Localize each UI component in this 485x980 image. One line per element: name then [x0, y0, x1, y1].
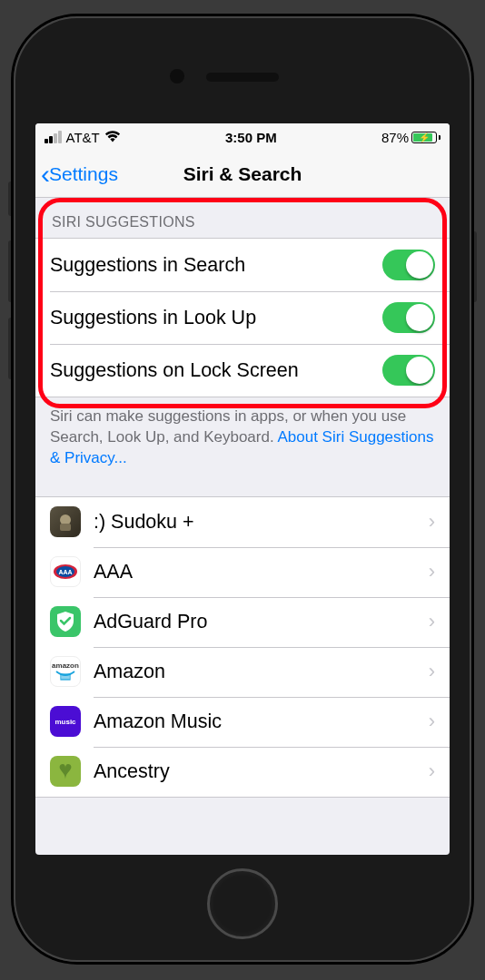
chevron-right-icon: ›	[429, 510, 435, 534]
app-icon-sudoku	[50, 506, 81, 537]
suggestions-in-lookup-toggle[interactable]	[382, 302, 435, 333]
home-button[interactable]	[207, 868, 278, 939]
suggestions-in-search-row: Suggestions in Search	[35, 239, 450, 291]
chevron-right-icon: ›	[429, 710, 435, 733]
suggestions-in-lookup-row: Suggestions in Look Up	[35, 291, 450, 344]
app-row-amazon[interactable]: amazon Amazon ›	[35, 647, 450, 697]
carrier-label: AT&T	[66, 130, 100, 145]
suggestions-on-lock-screen-toggle[interactable]	[382, 355, 435, 386]
app-icon-amazon: amazon	[50, 656, 81, 687]
chevron-right-icon: ›	[429, 660, 435, 683]
app-row-adguard[interactable]: AdGuard Pro ›	[35, 597, 450, 647]
app-icon-adguard	[50, 606, 81, 637]
app-row-ancestry[interactable]: Ancestry ›	[35, 747, 450, 797]
app-icon-ancestry	[50, 756, 81, 787]
status-time: 3:50 PM	[225, 130, 277, 145]
status-bar: AT&T 3:50 PM 87% ⚡	[35, 123, 450, 151]
front-camera	[170, 69, 184, 83]
app-row-amazon-music[interactable]: music Amazon Music ›	[35, 697, 450, 747]
app-name: Ancestry	[94, 760, 170, 783]
app-name: AdGuard Pro	[94, 611, 207, 633]
app-name: Amazon	[94, 661, 165, 683]
app-name: :) Sudoku +	[94, 511, 194, 534]
screen: AT&T 3:50 PM 87% ⚡ ‹ Settings Siri & Sea…	[35, 123, 450, 855]
app-list-group: :) Sudoku + › AAA AAA ›	[35, 496, 450, 798]
app-name: AAA	[94, 561, 133, 583]
row-label: Suggestions on Lock Screen	[50, 359, 299, 382]
siri-suggestions-group: Suggestions in Search Suggestions in Loo…	[35, 238, 450, 397]
earpiece-speaker	[206, 73, 279, 82]
row-label: Suggestions in Search	[50, 254, 245, 277]
app-row-aaa[interactable]: AAA AAA ›	[35, 547, 450, 597]
battery-icon: ⚡	[411, 132, 440, 143]
chevron-right-icon: ›	[429, 610, 435, 633]
suggestions-in-search-toggle[interactable]	[382, 250, 435, 280]
app-name: Amazon Music	[94, 710, 222, 733]
battery-percent: 87%	[381, 130, 409, 145]
power-button	[471, 231, 477, 302]
back-button[interactable]: ‹ Settings	[35, 161, 118, 188]
svg-rect-1	[60, 524, 71, 531]
phone-frame: AT&T 3:50 PM 87% ⚡ ‹ Settings Siri & Sea…	[14, 16, 471, 962]
back-label: Settings	[49, 163, 118, 185]
suggestions-on-lock-screen-row: Suggestions on Lock Screen	[35, 344, 450, 397]
chevron-right-icon: ›	[429, 760, 435, 783]
navigation-bar: ‹ Settings Siri & Search	[35, 151, 450, 198]
chevron-right-icon: ›	[429, 560, 435, 583]
app-icon-aaa: AAA	[50, 556, 81, 587]
svg-text:AAA: AAA	[58, 569, 72, 575]
wifi-icon	[104, 131, 121, 143]
cellular-signal-icon	[45, 131, 62, 143]
app-row-sudoku[interactable]: :) Sudoku + ›	[35, 497, 450, 547]
row-label: Suggestions in Look Up	[50, 307, 256, 329]
siri-suggestions-header: SIRI SUGGESTIONS	[35, 198, 450, 238]
siri-suggestions-footer: Siri can make suggestions in apps, or wh…	[35, 397, 450, 496]
app-icon-amazon-music: music	[50, 706, 81, 737]
